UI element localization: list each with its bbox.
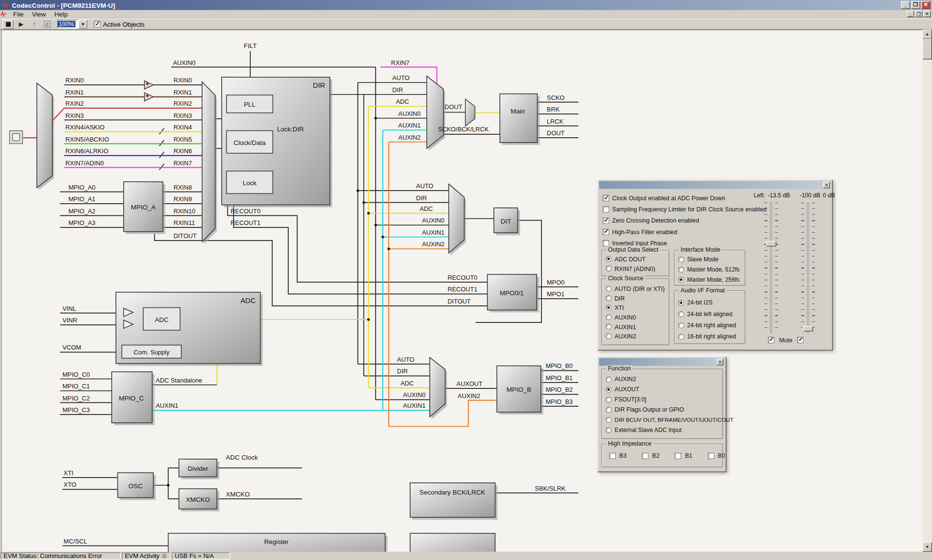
checkbox-label: B2 <box>652 452 659 459</box>
child-window-icon <box>0 11 6 17</box>
slave-mode-radio[interactable] <box>678 256 684 262</box>
clock-source-group: Clock Source AUTO (DIR or XTI) DIR XTI A… <box>602 278 670 345</box>
radio-label: DIR <box>615 295 625 301</box>
scroll-up-icon[interactable]: ▲ <box>922 30 932 39</box>
clock-auxin0-radio[interactable] <box>605 314 611 320</box>
radio-label: 24-bit left aligned <box>687 311 732 317</box>
adc-settings-panel: ✕ Clock Output enabled at ADC Power Down… <box>597 179 833 351</box>
zoom-value: 100% <box>58 21 75 27</box>
radio-label: AUXIN1 <box>615 323 636 330</box>
fn-auxin2-radio[interactable] <box>605 376 611 382</box>
usb-fs-text: USB Fs = N/A <box>175 552 213 560</box>
hiz-b2-checkbox[interactable] <box>642 452 648 459</box>
menu-view[interactable]: View <box>28 10 50 17</box>
close-button[interactable]: ✕ <box>921 1 930 9</box>
hiz-b3-checkbox[interactable] <box>609 452 616 459</box>
master-512-radio[interactable] <box>678 266 684 272</box>
vertical-scrollbar[interactable]: ▲ ▼ <box>922 30 932 552</box>
left-volume-slider[interactable] <box>770 203 772 333</box>
audio-format-group: Audio I/F Format 24-bit I2S 24-bit left … <box>674 290 745 344</box>
right-aligned-24-radio[interactable] <box>678 322 684 328</box>
panel1-title-bar[interactable]: ✕ <box>599 181 831 189</box>
mdi-restore-button[interactable]: ❐ <box>915 11 922 17</box>
slider-ticks <box>775 203 778 333</box>
function-group: Function AUXIN2 AUXOUT FSOUT[3:0] DIR Fl… <box>602 369 723 439</box>
group-title: Function <box>606 365 633 371</box>
menu-file[interactable]: File <box>9 10 28 17</box>
run-button[interactable]: ▶ <box>16 19 27 29</box>
mute-right-checkbox[interactable] <box>797 337 803 343</box>
mdi-close-button[interactable]: ✕ <box>923 11 931 17</box>
radio-label: AUXOUT <box>615 386 639 392</box>
clock-dir-radio[interactable] <box>605 295 611 301</box>
radio-label: Master Mode, 256fs <box>687 276 739 283</box>
i2s-radio[interactable] <box>678 300 684 305</box>
output-data-select-group: Output Data Select ADC DOUT RXIN7 (ADIN0… <box>602 250 670 276</box>
clock-auxin2-radio[interactable] <box>605 333 611 339</box>
zoom-combobox[interactable]: 100% ▼ <box>57 19 87 28</box>
zero-crossing-checkbox[interactable] <box>603 217 609 224</box>
group-title: Clock Source <box>606 275 645 281</box>
mdi-minimize-button[interactable]: _ <box>906 11 914 17</box>
clock-xti-radio[interactable] <box>605 304 611 310</box>
level-min: -100 dB <box>800 192 820 198</box>
fn-ext-slave-radio[interactable] <box>605 427 611 432</box>
active-objects-checkbox[interactable] <box>94 21 100 27</box>
capture-button[interactable]: c <box>42 19 53 29</box>
scroll-down-icon[interactable]: ▼ <box>922 542 932 552</box>
upload-button[interactable]: ↑ <box>29 19 40 29</box>
clock-auto-radio[interactable] <box>605 286 611 291</box>
right-volume-slider[interactable] <box>807 203 809 333</box>
fn-auxout-radio[interactable] <box>605 386 611 392</box>
clock-auxin1-radio[interactable] <box>605 324 611 330</box>
left-volume-thumb[interactable] <box>766 241 776 246</box>
group-title: Audio I/F Format <box>679 287 727 293</box>
panel2-title-bar[interactable]: ✕ <box>599 358 724 366</box>
hiz-b1-checkbox[interactable] <box>675 452 681 459</box>
rxin7-adin0-radio[interactable] <box>605 266 611 272</box>
master-256-radio[interactable] <box>678 276 684 282</box>
adc-dout-radio[interactable] <box>605 256 611 262</box>
right-aligned-16-radio[interactable] <box>678 334 684 339</box>
left-aligned-radio[interactable] <box>678 311 684 317</box>
level-left-value: -13.5 dB <box>768 192 790 198</box>
stop-button[interactable] <box>2 19 14 29</box>
hiz-b0-checkbox[interactable] <box>708 452 714 459</box>
app-logo-icon <box>2 2 10 8</box>
mute-left-checkbox[interactable] <box>768 337 774 343</box>
checkbox-label: B0 <box>718 452 725 459</box>
level-readout: Left: -13.5 dB -100 dB 0 dB <box>753 192 835 198</box>
fs-limiter-checkbox[interactable] <box>603 206 609 212</box>
fn-fsout-radio[interactable] <box>605 397 611 402</box>
radio-label: AUXIN2 <box>615 333 636 339</box>
radio-label: ADC DOUT <box>615 256 646 262</box>
mpio-b-function-panel: ✕ Function AUXIN2 AUXOUT FSOUT[3:0] DIR … <box>597 356 726 472</box>
checkbox-label: Zero Crossing Detection enabled <box>612 217 699 224</box>
zoom-dropdown-icon[interactable]: ▼ <box>79 19 87 28</box>
evm-activity-field: EVM Activity <box>122 552 170 560</box>
scroll-thumb[interactable] <box>922 39 932 60</box>
hpf-checkbox[interactable] <box>603 229 609 235</box>
panel1-close-icon[interactable]: ✕ <box>823 182 830 188</box>
menu-bar: File View Help _ ❐ ✕ <box>0 10 932 18</box>
menu-help[interactable]: Help <box>50 10 72 17</box>
maximize-button[interactable]: ❐ <box>911 1 920 9</box>
fn-dir-flags-radio[interactable] <box>605 406 611 412</box>
checkbox-label: Inverted Input Phase <box>612 240 667 246</box>
evm-status-text: EVM Status: Communications Error <box>3 552 102 560</box>
toolbar: ▶ ↑ c 100% ▼ Active Objects <box>0 18 932 30</box>
right-volume-thumb[interactable] <box>803 326 813 331</box>
minimize-button[interactable]: _ <box>901 1 910 9</box>
inverted-phase-checkbox[interactable] <box>603 240 609 246</box>
evm-activity-text: EVM Activity <box>125 552 159 560</box>
radio-label: 24-bit I2S <box>687 299 712 305</box>
panel2-close-icon[interactable]: ✕ <box>717 359 723 365</box>
activity-led-icon <box>163 554 167 558</box>
clock-output-checkbox[interactable] <box>603 195 609 201</box>
volume-sliders <box>758 201 825 336</box>
slider-ticks <box>801 203 804 333</box>
status-bar: EVM Status: Communications Error EVM Act… <box>0 552 932 560</box>
app-window: CodecControl - [PCM9211EVM-U] _ ❐ ✕ File… <box>0 0 932 560</box>
usb-fs-field: USB Fs = N/A <box>172 552 230 560</box>
fn-dir-bcuv-radio[interactable] <box>605 416 611 422</box>
